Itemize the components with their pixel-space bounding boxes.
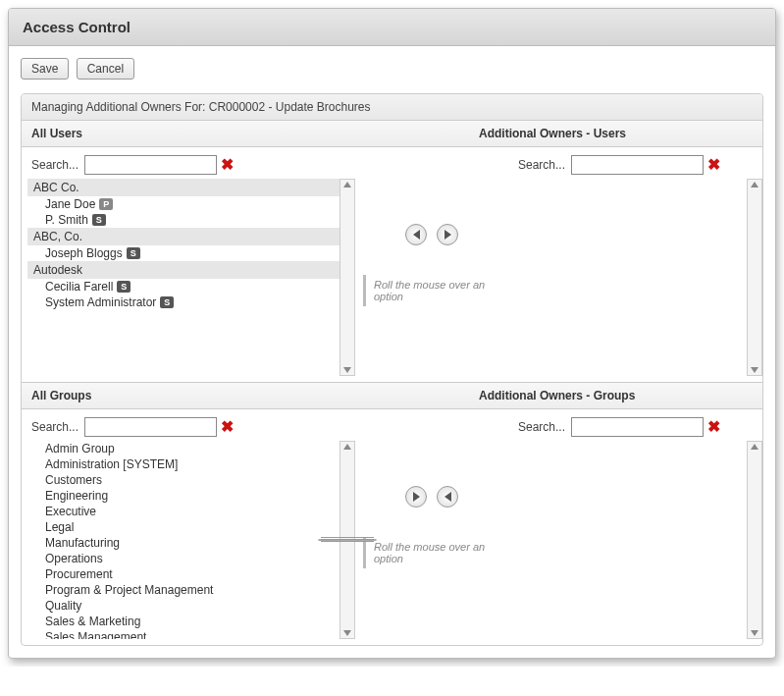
all-groups-list-container: Admin GroupAdministration [SYSTEM]Custom… [27,441,355,639]
users-body: Search... ✖ ABC Co.Jane DoePP. SmithSABC… [22,147,762,383]
list-item[interactable]: Legal [27,519,340,535]
all-users-list[interactable]: ABC Co.Jane DoePP. SmithSABC, Co.Joseph … [27,179,340,376]
scroll-down-icon[interactable] [343,630,351,636]
remove-user-button[interactable] [405,224,427,245]
arrow-right-icon [413,492,420,502]
user-tag-badge: S [127,247,140,259]
users-transfer-controls: Roll the mouse over an option [355,147,508,382]
users-headers: All Users Additional Owners - Users [22,121,762,147]
clear-icon[interactable]: ✖ [707,419,720,435]
all-users-scrollbar[interactable] [340,179,355,376]
scroll-down-icon[interactable] [343,367,351,373]
dialog-content: Save Cancel Managing Additional Owners F… [9,46,775,658]
list-item[interactable]: Cecilia FarellS [27,279,340,294]
arrow-right-icon [444,230,451,240]
owners-groups-scrollbar[interactable] [747,441,762,639]
clear-icon[interactable]: ✖ [707,157,720,173]
scroll-down-icon[interactable] [751,630,758,636]
list-item[interactable]: System AdministratorS [27,294,340,310]
all-groups-search-input[interactable] [84,417,217,437]
all-groups-search-label: Search... [31,420,78,434]
list-item[interactable]: Customers [27,472,340,488]
list-item[interactable]: Operations [27,551,340,566]
remove-group-button[interactable] [437,486,458,508]
all-users-search-row: Search... ✖ [22,147,355,179]
clear-icon[interactable]: ✖ [221,157,234,173]
clear-icon[interactable]: ✖ [221,419,234,435]
list-item[interactable]: Sales Management [27,629,340,639]
managing-header: Managing Additional Owners For: CR000002… [22,94,762,121]
all-users-list-container: ABC Co.Jane DoePP. SmithSABC, Co.Joseph … [27,179,355,376]
all-groups-column: Search... ✖ Admin GroupAdministration [S… [22,409,355,645]
list-item[interactable]: Executive [27,504,340,519]
user-company-header: ABC Co. [27,179,340,196]
user-company-header: ABC, Co. [27,228,340,245]
user-name-label: Jane Doe [45,197,95,211]
user-name-label: P. Smith [45,213,88,227]
groups-hint: Roll the mouse over an option [363,537,500,568]
cancel-button[interactable]: Cancel [77,58,134,80]
user-company-header: Autodesk [27,261,340,279]
owners-groups-list-container [514,441,762,639]
all-users-search-input[interactable] [84,155,217,175]
list-item[interactable]: Engineering [27,488,340,504]
add-group-button[interactable] [405,486,427,508]
all-groups-search-row: Search... ✖ [22,409,355,441]
all-groups-header: All Groups [22,383,469,408]
owners-users-search-input[interactable] [571,155,704,175]
owners-users-list-container [514,179,762,376]
owners-users-search-row: Search... ✖ [508,147,762,179]
owners-users-list[interactable] [514,179,747,376]
owners-groups-search-row: Search... ✖ [508,409,762,441]
owners-panel: Managing Additional Owners For: CR000002… [21,93,763,646]
arrow-left-icon [444,492,451,502]
list-item[interactable]: Quality [27,598,340,614]
all-users-search-label: Search... [31,158,78,172]
owners-users-search-label: Search... [518,158,565,172]
all-groups-scrollbar[interactable] [340,441,355,639]
user-name-label: Joseph Bloggs [45,246,123,260]
all-users-header: All Users [22,121,469,146]
list-item[interactable]: Manufacturing [27,535,340,551]
additional-owners-users-header: Additional Owners - Users [469,121,762,146]
additional-owners-groups-header: Additional Owners - Groups [469,383,762,408]
user-tag-badge: S [92,214,106,226]
scroll-down-icon[interactable] [751,367,758,373]
all-users-column: Search... ✖ ABC Co.Jane DoePP. SmithSABC… [22,147,355,382]
list-item[interactable]: Joseph BloggsS [27,245,340,261]
user-tag-badge: P [99,198,113,210]
owners-users-scrollbar[interactable] [747,179,762,376]
scroll-thumb[interactable] [318,539,377,541]
user-tag-badge: S [160,296,174,308]
groups-body: Search... ✖ Admin GroupAdministration [S… [22,409,762,645]
list-item[interactable]: Sales & Marketing [27,614,340,629]
owners-groups-search-label: Search... [518,420,565,434]
action-buttons: Save Cancel [21,58,763,80]
owners-groups-search-input[interactable] [571,417,704,437]
owners-groups-list[interactable] [514,441,747,639]
groups-transfer-controls: Roll the mouse over an option [355,409,508,645]
access-control-dialog: Access Control Save Cancel Managing Addi… [8,8,776,659]
add-user-button[interactable] [437,224,458,245]
user-name-label: Cecilia Farell [45,280,113,294]
arrow-left-icon [413,230,420,240]
user-tag-badge: S [117,281,131,293]
list-item[interactable]: Jane DoeP [27,196,340,212]
list-item[interactable]: Admin Group [27,441,340,456]
list-item[interactable]: Procurement [27,566,340,582]
all-groups-list[interactable]: Admin GroupAdministration [SYSTEM]Custom… [27,441,340,639]
save-button[interactable]: Save [21,58,69,80]
list-item[interactable]: Administration [SYSTEM] [27,456,340,472]
dialog-title: Access Control [9,9,775,46]
list-item[interactable]: P. SmithS [27,212,340,228]
users-hint: Roll the mouse over an option [363,275,500,306]
list-item[interactable]: Program & Project Management [27,582,340,598]
user-name-label: System Administrator [45,295,156,309]
additional-owners-users-column: Search... ✖ [508,147,762,382]
groups-headers: All Groups Additional Owners - Groups [22,383,762,409]
additional-owners-groups-column: Search... ✖ [508,409,762,645]
